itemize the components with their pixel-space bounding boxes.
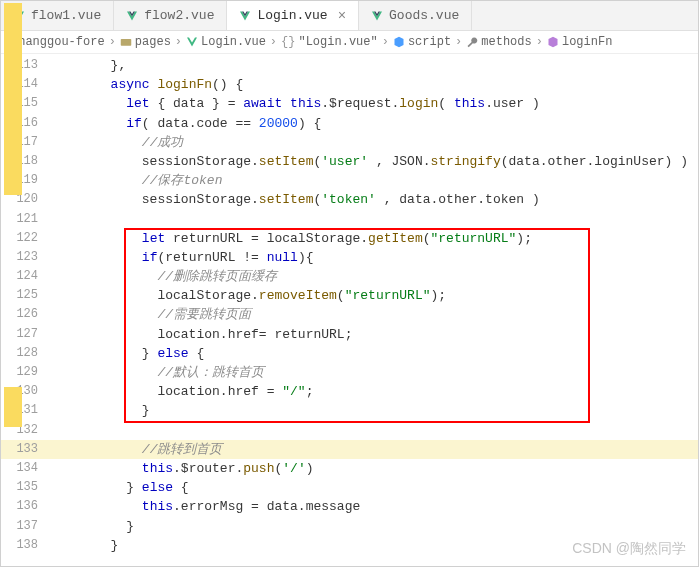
- chevron-right-icon: ›: [455, 35, 462, 49]
- code-line: }: [56, 517, 698, 536]
- chevron-right-icon: ›: [382, 35, 389, 49]
- breadcrumb-item[interactable]: pages: [120, 35, 171, 49]
- code-line: [56, 210, 698, 229]
- code-line: //成功: [56, 133, 698, 152]
- tab-login[interactable]: Login.vue ×: [227, 1, 359, 30]
- code-line: },: [56, 56, 698, 75]
- close-icon[interactable]: ×: [338, 8, 346, 24]
- tab-label: Goods.vue: [389, 8, 459, 23]
- cube-icon: [393, 36, 405, 48]
- code-line: if(returnURL != null){: [56, 248, 698, 267]
- chevron-right-icon: ›: [270, 35, 277, 49]
- code-line: let { data } = await this.$request.login…: [56, 94, 698, 113]
- breadcrumb-item[interactable]: script: [393, 35, 451, 49]
- code-editor[interactable]: 1131141151161171181191201211221231241251…: [1, 54, 698, 563]
- breadcrumb-item[interactable]: methods: [466, 35, 531, 49]
- chevron-right-icon: ›: [109, 35, 116, 49]
- tab-flow2[interactable]: flow2.vue: [114, 1, 227, 30]
- tab-goods[interactable]: Goods.vue: [359, 1, 472, 30]
- code-line: async loginFn() {: [56, 75, 698, 94]
- code-line: } else {: [56, 478, 698, 497]
- breadcrumb-item[interactable]: {}"Login.vue": [281, 35, 378, 49]
- code-line: [56, 421, 698, 440]
- tab-label: flow2.vue: [144, 8, 214, 23]
- vue-icon: [371, 10, 383, 22]
- breadcrumb-item[interactable]: loginFn: [547, 35, 612, 49]
- code-line: //默认：跳转首页: [56, 363, 698, 382]
- breadcrumb-item[interactable]: Login.vue: [186, 35, 266, 49]
- chevron-right-icon: ›: [536, 35, 543, 49]
- vue-icon: [126, 10, 138, 22]
- vue-icon: [239, 10, 251, 22]
- code-line: location.href= returnURL;: [56, 325, 698, 344]
- code-line: this.errorMsg = data.message: [56, 497, 698, 516]
- vue-icon: [186, 36, 198, 48]
- code-line: //保存token: [56, 171, 698, 190]
- editor-tabs: flow1.vue flow2.vue Login.vue × Goods.vu…: [1, 1, 698, 31]
- folder-icon: [120, 36, 132, 48]
- code-line: location.href = "/";: [56, 382, 698, 401]
- code-line: this.$router.push('/'): [56, 459, 698, 478]
- chevron-right-icon: ›: [175, 35, 182, 49]
- code-line: } else {: [56, 344, 698, 363]
- code-line: if( data.code == 20000) {: [56, 114, 698, 133]
- code-line: //删除跳转页面缓存: [56, 267, 698, 286]
- breadcrumb: changgou-fore › pages › Login.vue › {}"L…: [1, 31, 698, 54]
- code-area[interactable]: }, async loginFn() { let { data } = awai…: [56, 54, 698, 563]
- svg-rect-0: [121, 39, 132, 46]
- code-line: let returnURL = localStorage.getItem("re…: [56, 229, 698, 248]
- wrench-icon: [466, 36, 478, 48]
- tab-label: Login.vue: [257, 8, 327, 23]
- code-line-highlighted: //跳转到首页: [56, 440, 698, 459]
- breadcrumb-item[interactable]: changgou-fore: [11, 35, 105, 49]
- code-line: }: [56, 401, 698, 420]
- tab-label: flow1.vue: [31, 8, 101, 23]
- code-line: localStorage.removeItem("returnURL");: [56, 286, 698, 305]
- code-line: sessionStorage.setItem('user' , JSON.str…: [56, 152, 698, 171]
- code-line: //需要跳转页面: [56, 305, 698, 324]
- line-gutter: 1131141151161171181191201211221231241251…: [1, 54, 56, 563]
- watermark: CSDN @陶然同学: [572, 540, 686, 558]
- code-line: sessionStorage.setItem('token' , data.ot…: [56, 190, 698, 209]
- cube-icon: [547, 36, 559, 48]
